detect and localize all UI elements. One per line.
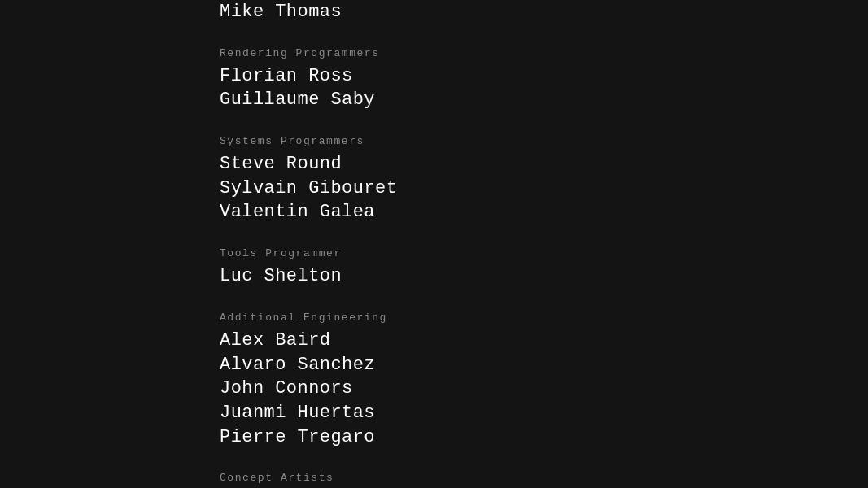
section-concept-artists: Concept Artists Adam Raines xyxy=(220,472,708,488)
name-juanmi-huertas: Juanmi Huertas xyxy=(220,401,708,425)
section-tools-programmer: Tools Programmer Luc Shelton xyxy=(220,247,708,289)
section-title-systems-programmers: Systems Programmers xyxy=(220,135,708,147)
name-florian-ross: Florian Ross xyxy=(220,64,708,89)
name-sylvain-gibouret: Sylvain Gibouret xyxy=(220,176,708,201)
credits-container: Mike Thomas Rendering Programmers Floria… xyxy=(220,0,708,488)
partial-top-name: Mike Thomas xyxy=(220,0,708,24)
section-title-tools-programmer: Tools Programmer xyxy=(220,247,708,259)
name-steve-round: Steve Round xyxy=(220,152,708,176)
section-systems-programmers: Systems Programmers Steve Round Sylvain … xyxy=(220,135,708,224)
name-luc-shelton: Luc Shelton xyxy=(220,264,708,289)
name-pierre-tregaro: Pierre Tregaro xyxy=(220,425,708,450)
name-guillaume-saby: Guillaume Saby xyxy=(220,88,708,112)
section-title-rendering-programmers: Rendering Programmers xyxy=(220,47,708,59)
name-john-connors: John Connors xyxy=(220,377,708,401)
section-title-concept-artists: Concept Artists xyxy=(220,472,708,484)
name-alvaro-sanchez: Alvaro Sanchez xyxy=(220,353,708,377)
section-rendering-programmers: Rendering Programmers Florian Ross Guill… xyxy=(220,47,708,112)
section-additional-engineering: Additional Engineering Alex Baird Alvaro… xyxy=(220,312,708,449)
name-alex-baird: Alex Baird xyxy=(220,329,708,353)
name-valentin-galea: Valentin Galea xyxy=(220,200,708,224)
section-title-additional-engineering: Additional Engineering xyxy=(220,312,708,324)
